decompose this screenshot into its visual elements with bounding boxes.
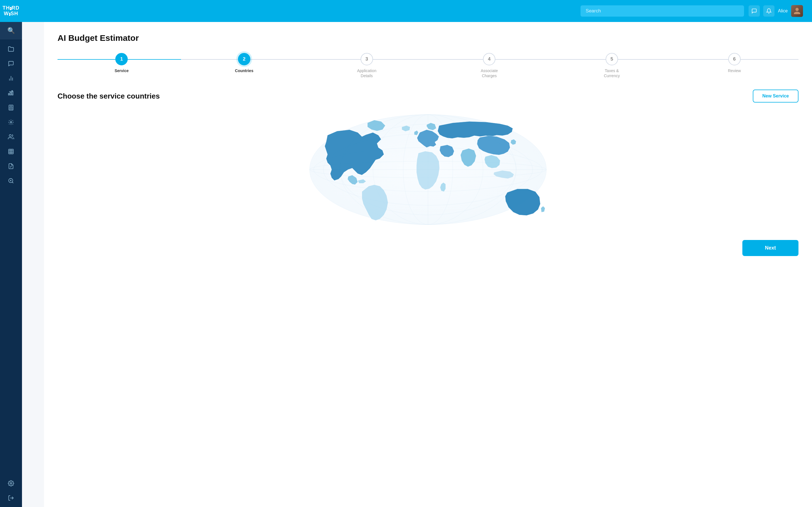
next-button[interactable]: Next — [742, 240, 799, 256]
step-3-label: ApplicationDetails — [357, 68, 376, 78]
sidebar-files[interactable] — [4, 42, 18, 56]
user-name-label: Alice — [778, 8, 788, 13]
svg-rect-19 — [9, 149, 13, 154]
svg-rect-3 — [8, 94, 10, 95]
footer-action: Next — [57, 240, 799, 256]
main-content: AI Budget Estimator 1 Service 2 Countrie… — [44, 22, 812, 507]
step-5-circle: 5 — [606, 53, 618, 65]
new-service-button[interactable]: New Service — [753, 90, 799, 103]
sidebar-leaderboard[interactable] — [4, 86, 18, 100]
world-map-container — [57, 110, 799, 229]
sidebar-logout[interactable] — [4, 491, 18, 505]
search-sidebar-icon[interactable]: 🔍 — [4, 24, 18, 38]
content-header: Choose the service countries New Service — [57, 90, 799, 103]
sidebar: TH·RDW·SH 🔍 — [0, 0, 22, 507]
stepper: 1 Service 2 Countries 3 ApplicationDetai… — [57, 53, 799, 78]
step-6-circle: 6 — [728, 53, 741, 65]
step-3[interactable]: 3 ApplicationDetails — [305, 53, 428, 78]
svg-line-27 — [12, 182, 13, 183]
avatar[interactable] — [791, 5, 803, 17]
sidebar-chat[interactable] — [4, 57, 18, 70]
sidebar-search-analytics[interactable] — [4, 174, 18, 187]
sidebar-settings[interactable] — [4, 476, 18, 490]
step-1-circle: 1 — [115, 53, 128, 65]
sidebar-users[interactable] — [4, 130, 18, 144]
sidebar-search-btn[interactable]: 🔍 — [0, 22, 22, 40]
sidebar-documents[interactable] — [4, 159, 18, 173]
step-2[interactable]: 2 Countries — [183, 53, 306, 73]
step-4-label: AssociateCharges — [481, 68, 498, 78]
svg-point-17 — [10, 121, 12, 123]
avatar-image — [791, 5, 803, 17]
step-4-circle: 4 — [483, 53, 495, 65]
step-5-label: Taxes &Currency — [604, 68, 620, 78]
section-title: Choose the service countries — [57, 92, 160, 101]
world-map[interactable] — [301, 110, 555, 229]
topbar-icons: Alice — [749, 5, 803, 17]
sidebar-analytics[interactable] — [4, 71, 18, 85]
messages-icon-btn[interactable] — [749, 5, 760, 17]
logo[interactable]: TH·RDW·SH — [0, 0, 22, 22]
step-3-circle: 3 — [361, 53, 373, 65]
step-1-label: Service — [114, 68, 129, 73]
step-5[interactable]: 5 Taxes &Currency — [551, 53, 673, 78]
step-1[interactable]: 1 Service — [60, 53, 183, 73]
logo-text: TH·RDW·SH — [3, 5, 19, 17]
step-6[interactable]: 6 Review — [673, 53, 796, 73]
svg-point-30 — [10, 483, 12, 484]
page-title: AI Budget Estimator — [57, 33, 799, 43]
step-4[interactable]: 4 AssociateCharges — [428, 53, 551, 78]
sidebar-bottom — [4, 474, 18, 507]
search-input[interactable] — [580, 5, 744, 17]
topbar: Alice — [22, 0, 812, 22]
sidebar-nav — [4, 40, 18, 474]
notifications-icon-btn[interactable] — [763, 5, 774, 17]
sidebar-building[interactable] — [4, 145, 18, 158]
sidebar-calculator[interactable] — [4, 101, 18, 114]
svg-rect-5 — [12, 92, 13, 95]
svg-rect-4 — [10, 93, 11, 95]
step-2-label: Countries — [235, 68, 253, 73]
step-6-label: Review — [728, 68, 741, 73]
sidebar-ai[interactable] — [4, 115, 18, 129]
svg-point-18 — [9, 135, 11, 136]
step-2-circle: 2 — [238, 53, 250, 65]
